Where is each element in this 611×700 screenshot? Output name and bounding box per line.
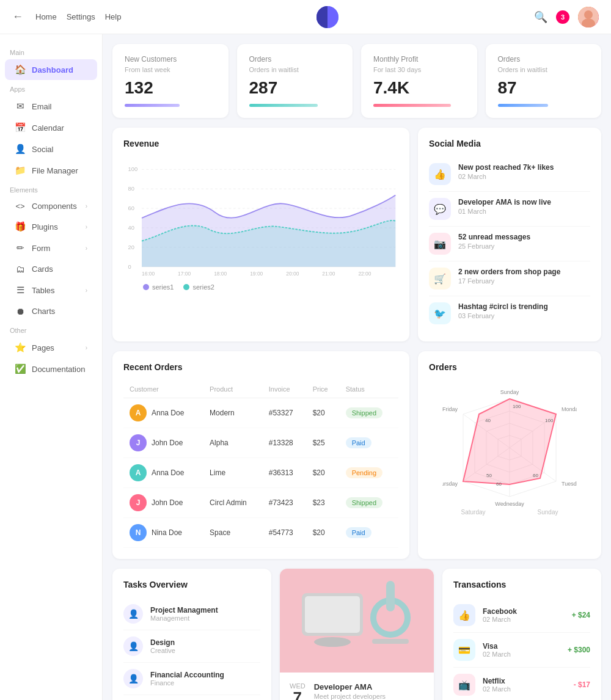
trans-info-2: Netflix 02 March xyxy=(483,677,511,693)
form-icon: ✏ xyxy=(15,242,26,253)
sidebar-item-calendar[interactable]: 📅 Calendar xyxy=(5,117,97,138)
components-icon: <> xyxy=(15,202,26,211)
social-item-0: 👍 New post reached 7k+ likes 02 March xyxy=(429,157,590,192)
social-text-1: Developer AMA is now live 01 March xyxy=(458,198,551,215)
stat-sub-2: For last 30 days xyxy=(373,66,465,73)
radar-sunday-label: Sunday xyxy=(538,509,558,516)
sidebar-item-file-manager[interactable]: 📁 File Manager xyxy=(5,160,97,181)
svg-text:40: 40 xyxy=(485,418,491,423)
sidebar-item-calendar-label: Calendar xyxy=(32,123,64,133)
task-text-2: Financial Accounting Finance xyxy=(150,671,224,687)
svg-text:18:00: 18:00 xyxy=(214,271,227,277)
task-text-1: Design Creative xyxy=(150,638,175,654)
sidebar-item-pages[interactable]: ⭐ Pages › xyxy=(5,337,97,358)
trans-amount-2: - $17 xyxy=(574,680,590,689)
stat-card-orders-2: Orders Orders in waitlist 87 xyxy=(486,44,602,118)
search-icon[interactable]: 🔍 xyxy=(534,10,547,24)
stat-bar-2 xyxy=(373,104,451,107)
orders-row: Recent Orders Customer Product Invoice P… xyxy=(112,351,601,559)
event-card: WED 7 Developer AMA Meet project develop… xyxy=(280,569,434,700)
event-meta: WED 7 Developer AMA Meet project develop… xyxy=(290,682,424,700)
nav-settings[interactable]: Settings xyxy=(67,12,95,21)
sidebar-elements-label: Elements xyxy=(0,181,102,196)
documentation-icon: ✅ xyxy=(15,363,26,374)
stat-value-0: 132 xyxy=(125,78,216,98)
stat-title-0: New Customers xyxy=(125,55,216,64)
notification-badge[interactable]: 3 xyxy=(556,10,569,24)
svg-text:20: 20 xyxy=(128,244,134,250)
svg-text:22:00: 22:00 xyxy=(358,271,371,277)
chevron-icon: › xyxy=(86,203,87,210)
sidebar-item-social-label: Social xyxy=(32,145,53,154)
task-item-0: 👤 Project Managment Management xyxy=(123,598,260,630)
task-text-0: Project Managment Management xyxy=(150,606,218,622)
sidebar-item-form[interactable]: ✏ Form › xyxy=(5,238,97,258)
recent-orders-card: Recent Orders Customer Product Invoice P… xyxy=(112,351,409,559)
plugins-icon: 🎁 xyxy=(15,221,26,232)
sidebar-item-charts[interactable]: ⏺ Charts xyxy=(5,301,97,321)
svg-text:16:00: 16:00 xyxy=(142,271,155,277)
sidebar-item-documentation[interactable]: ✅ Documentation xyxy=(5,359,97,379)
sidebar-item-components[interactable]: <> Components › xyxy=(5,197,97,216)
radar-title: Orders xyxy=(429,362,590,372)
sidebar-item-plugins[interactable]: 🎁 Plugins › xyxy=(5,216,97,237)
revenue-card: Revenue 100 80 60 40 20 0 xyxy=(112,128,409,341)
col-invoice: Invoice xyxy=(263,381,307,398)
dashboard-icon: 🏠 xyxy=(15,64,26,75)
cart-icon: 🛒 xyxy=(429,268,451,290)
orders-table: Customer Product Invoice Price Status A … xyxy=(123,381,398,548)
svg-text:17:00: 17:00 xyxy=(178,271,191,277)
mid-row: Revenue 100 80 60 40 20 0 xyxy=(112,128,601,341)
twitter-icon: 🐦 xyxy=(429,302,451,324)
svg-point-51 xyxy=(314,637,351,647)
chevron-icon: › xyxy=(86,224,87,230)
svg-text:100: 100 xyxy=(128,166,138,172)
sidebar-other-label: Other xyxy=(0,322,102,337)
trans-info-0: Facebook 02 March xyxy=(483,607,517,623)
sidebar-item-tables[interactable]: ☰ Tables › xyxy=(5,280,97,301)
user-avatar[interactable] xyxy=(578,7,599,27)
chart-legend: series1 series2 xyxy=(123,283,398,291)
sidebar-item-email[interactable]: ✉ Email xyxy=(5,96,97,117)
social-item-2: 📷 52 unread messages 25 February xyxy=(429,227,590,261)
chevron-icon: › xyxy=(86,287,87,294)
svg-text:60: 60 xyxy=(496,481,502,487)
radar-saturday-label: Saturday xyxy=(461,509,486,516)
event-day-num: 7 xyxy=(290,690,306,700)
thumbs-up-icon: 👍 xyxy=(429,163,451,185)
stat-cards-row: New Customers From last week 132 Orders … xyxy=(112,44,601,118)
revenue-chart-svg: 100 80 60 40 20 0 xyxy=(123,157,398,279)
social-text-3: 2 new orders from shop page 17 February xyxy=(458,268,560,285)
back-button[interactable]: ← xyxy=(12,10,23,23)
svg-text:Friday: Friday xyxy=(442,406,458,412)
sidebar-item-plugins-label: Plugins xyxy=(32,222,58,232)
stat-title-1: Orders xyxy=(249,55,341,64)
sidebar-item-documentation-label: Documentation xyxy=(32,365,85,374)
svg-rect-47 xyxy=(305,596,360,633)
tables-icon: ☰ xyxy=(15,285,26,296)
sidebar-item-dashboard[interactable]: 🏠 Dashboard xyxy=(5,59,97,80)
stat-card-orders: Orders Orders in waitlist 287 xyxy=(237,44,353,118)
svg-text:Monday: Monday xyxy=(562,406,577,412)
table-row: A Anna Doe Modern #53327 $20 Shipped xyxy=(123,398,398,428)
stat-title-3: Orders xyxy=(498,55,590,64)
event-subtitle: Meet project developers xyxy=(314,693,386,700)
nav-home[interactable]: Home xyxy=(35,12,57,21)
main-content: New Customers From last week 132 Orders … xyxy=(103,34,611,700)
social-item-4: 🐦 Hashtag #circl is trending 03 February xyxy=(429,296,590,330)
logo xyxy=(316,6,338,28)
sidebar-item-social[interactable]: 👤 Social xyxy=(5,139,97,159)
stat-bar-3 xyxy=(498,104,548,107)
topnav-links: Home Settings Help xyxy=(35,12,121,21)
sidebar-apps-label: Apps xyxy=(0,81,102,95)
col-customer: Customer xyxy=(123,381,203,398)
trans-item-0: 👍 Facebook 02 March + $24 xyxy=(453,598,590,633)
svg-text:100: 100 xyxy=(513,404,521,409)
trans-amount-1: + $300 xyxy=(568,646,590,654)
social-item-3: 🛒 2 new orders from shop page 17 Februar… xyxy=(429,261,590,296)
sidebar-item-cards[interactable]: 🗂 Cards xyxy=(5,259,97,279)
event-date-box: WED 7 xyxy=(290,682,306,700)
sidebar-item-pages-label: Pages xyxy=(32,343,54,352)
nav-help[interactable]: Help xyxy=(105,12,122,21)
app-body: Main 🏠 Dashboard Apps ✉ Email 📅 Calendar… xyxy=(0,34,611,700)
